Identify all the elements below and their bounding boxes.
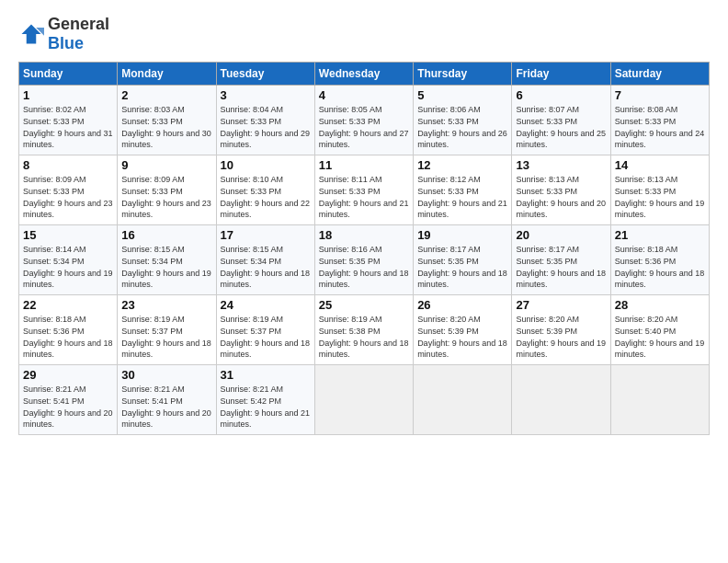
day-number: 21 xyxy=(615,228,705,242)
calendar-cell: 26 Sunrise: 8:20 AMSunset: 5:39 PMDaylig… xyxy=(414,295,512,365)
cell-content: Sunrise: 8:15 AMSunset: 5:34 PMDaylight:… xyxy=(121,244,211,290)
logo-icon xyxy=(18,21,44,47)
week-row-2: 8 Sunrise: 8:09 AMSunset: 5:33 PMDayligh… xyxy=(19,155,710,225)
calendar-cell: 12 Sunrise: 8:12 AMSunset: 5:33 PMDaylig… xyxy=(414,155,512,225)
day-number: 22 xyxy=(23,298,113,312)
header: General Blue xyxy=(18,15,710,52)
day-number: 19 xyxy=(417,228,507,242)
calendar-table: SundayMondayTuesdayWednesdayThursdayFrid… xyxy=(18,62,710,435)
calendar-cell: 11 Sunrise: 8:11 AMSunset: 5:33 PMDaylig… xyxy=(314,155,413,225)
cell-content: Sunrise: 8:17 AMSunset: 5:35 PMDaylight:… xyxy=(417,244,507,290)
day-number: 18 xyxy=(319,228,409,242)
week-row-3: 15 Sunrise: 8:14 AMSunset: 5:34 PMDaylig… xyxy=(19,225,710,295)
calendar-cell: 18 Sunrise: 8:16 AMSunset: 5:35 PMDaylig… xyxy=(314,225,413,295)
calendar-cell xyxy=(512,365,610,435)
calendar-cell: 31 Sunrise: 8:21 AMSunset: 5:42 PMDaylig… xyxy=(216,365,314,435)
header-cell-sunday: Sunday xyxy=(19,63,118,86)
calendar-cell: 20 Sunrise: 8:17 AMSunset: 5:35 PMDaylig… xyxy=(512,225,610,295)
cell-content: Sunrise: 8:20 AMSunset: 5:39 PMDaylight:… xyxy=(516,314,606,360)
calendar-cell: 7 Sunrise: 8:08 AMSunset: 5:33 PMDayligh… xyxy=(610,86,709,155)
calendar-cell: 28 Sunrise: 8:20 AMSunset: 5:40 PMDaylig… xyxy=(610,295,709,365)
cell-content: Sunrise: 8:06 AMSunset: 5:33 PMDaylight:… xyxy=(417,104,507,150)
calendar-cell: 22 Sunrise: 8:18 AMSunset: 5:36 PMDaylig… xyxy=(19,295,118,365)
cell-content: Sunrise: 8:20 AMSunset: 5:40 PMDaylight:… xyxy=(615,314,705,360)
calendar-cell: 21 Sunrise: 8:18 AMSunset: 5:36 PMDaylig… xyxy=(610,225,709,295)
cell-content: Sunrise: 8:16 AMSunset: 5:35 PMDaylight:… xyxy=(319,244,409,290)
cell-content: Sunrise: 8:11 AMSunset: 5:33 PMDaylight:… xyxy=(319,174,409,220)
header-row: SundayMondayTuesdayWednesdayThursdayFrid… xyxy=(19,63,710,86)
cell-content: Sunrise: 8:19 AMSunset: 5:38 PMDaylight:… xyxy=(319,314,409,360)
day-number: 11 xyxy=(319,158,409,172)
day-number: 6 xyxy=(516,88,606,102)
calendar-cell xyxy=(314,365,413,435)
day-number: 13 xyxy=(516,158,606,172)
cell-content: Sunrise: 8:05 AMSunset: 5:33 PMDaylight:… xyxy=(319,104,409,150)
day-number: 20 xyxy=(516,228,606,242)
cell-content: Sunrise: 8:03 AMSunset: 5:33 PMDaylight:… xyxy=(121,104,211,150)
week-row-1: 1 Sunrise: 8:02 AMSunset: 5:33 PMDayligh… xyxy=(19,86,710,155)
day-number: 30 xyxy=(121,368,211,382)
day-number: 15 xyxy=(23,228,113,242)
cell-content: Sunrise: 8:08 AMSunset: 5:33 PMDaylight:… xyxy=(615,104,705,150)
calendar-cell xyxy=(414,365,512,435)
cell-content: Sunrise: 8:07 AMSunset: 5:33 PMDaylight:… xyxy=(516,104,606,150)
calendar-cell: 17 Sunrise: 8:15 AMSunset: 5:34 PMDaylig… xyxy=(216,225,314,295)
logo: General Blue xyxy=(18,15,109,52)
day-number: 1 xyxy=(23,88,113,102)
calendar-cell: 14 Sunrise: 8:13 AMSunset: 5:33 PMDaylig… xyxy=(610,155,709,225)
header-cell-saturday: Saturday xyxy=(610,63,709,86)
calendar-cell: 1 Sunrise: 8:02 AMSunset: 5:33 PMDayligh… xyxy=(19,86,118,155)
calendar-cell: 30 Sunrise: 8:21 AMSunset: 5:41 PMDaylig… xyxy=(118,365,216,435)
cell-content: Sunrise: 8:18 AMSunset: 5:36 PMDaylight:… xyxy=(615,244,705,290)
day-number: 7 xyxy=(615,88,705,102)
calendar-cell: 29 Sunrise: 8:21 AMSunset: 5:41 PMDaylig… xyxy=(19,365,118,435)
header-cell-friday: Friday xyxy=(512,63,610,86)
calendar-cell: 3 Sunrise: 8:04 AMSunset: 5:33 PMDayligh… xyxy=(216,86,314,155)
day-number: 9 xyxy=(121,158,211,172)
cell-content: Sunrise: 8:21 AMSunset: 5:41 PMDaylight:… xyxy=(23,384,113,430)
calendar-cell: 10 Sunrise: 8:10 AMSunset: 5:33 PMDaylig… xyxy=(216,155,314,225)
calendar-cell: 5 Sunrise: 8:06 AMSunset: 5:33 PMDayligh… xyxy=(414,86,512,155)
cell-content: Sunrise: 8:18 AMSunset: 5:36 PMDaylight:… xyxy=(23,314,113,360)
day-number: 12 xyxy=(417,158,507,172)
calendar-cell: 24 Sunrise: 8:19 AMSunset: 5:37 PMDaylig… xyxy=(216,295,314,365)
header-cell-wednesday: Wednesday xyxy=(314,63,413,86)
calendar-cell: 13 Sunrise: 8:13 AMSunset: 5:33 PMDaylig… xyxy=(512,155,610,225)
calendar-cell: 9 Sunrise: 8:09 AMSunset: 5:33 PMDayligh… xyxy=(118,155,216,225)
cell-content: Sunrise: 8:13 AMSunset: 5:33 PMDaylight:… xyxy=(615,174,705,220)
cell-content: Sunrise: 8:15 AMSunset: 5:34 PMDaylight:… xyxy=(221,244,311,290)
calendar-cell: 15 Sunrise: 8:14 AMSunset: 5:34 PMDaylig… xyxy=(19,225,118,295)
calendar-cell: 6 Sunrise: 8:07 AMSunset: 5:33 PMDayligh… xyxy=(512,86,610,155)
calendar-cell: 2 Sunrise: 8:03 AMSunset: 5:33 PMDayligh… xyxy=(118,86,216,155)
cell-content: Sunrise: 8:09 AMSunset: 5:33 PMDaylight:… xyxy=(23,174,113,220)
calendar-cell: 8 Sunrise: 8:09 AMSunset: 5:33 PMDayligh… xyxy=(19,155,118,225)
cell-content: Sunrise: 8:14 AMSunset: 5:34 PMDaylight:… xyxy=(23,244,113,290)
calendar-cell xyxy=(610,365,709,435)
cell-content: Sunrise: 8:04 AMSunset: 5:33 PMDaylight:… xyxy=(221,104,311,150)
day-number: 29 xyxy=(23,368,113,382)
day-number: 2 xyxy=(121,88,211,102)
day-number: 28 xyxy=(615,298,705,312)
calendar-cell: 4 Sunrise: 8:05 AMSunset: 5:33 PMDayligh… xyxy=(314,86,413,155)
header-cell-tuesday: Tuesday xyxy=(216,63,314,86)
calendar-cell: 19 Sunrise: 8:17 AMSunset: 5:35 PMDaylig… xyxy=(414,225,512,295)
cell-content: Sunrise: 8:02 AMSunset: 5:33 PMDaylight:… xyxy=(23,104,113,150)
cell-content: Sunrise: 8:21 AMSunset: 5:41 PMDaylight:… xyxy=(121,384,211,430)
calendar-cell: 23 Sunrise: 8:19 AMSunset: 5:37 PMDaylig… xyxy=(118,295,216,365)
cell-content: Sunrise: 8:20 AMSunset: 5:39 PMDaylight:… xyxy=(417,314,507,360)
calendar-cell: 27 Sunrise: 8:20 AMSunset: 5:39 PMDaylig… xyxy=(512,295,610,365)
week-row-4: 22 Sunrise: 8:18 AMSunset: 5:36 PMDaylig… xyxy=(19,295,710,365)
svg-marker-0 xyxy=(22,24,41,43)
day-number: 5 xyxy=(417,88,507,102)
cell-content: Sunrise: 8:13 AMSunset: 5:33 PMDaylight:… xyxy=(516,174,606,220)
cell-content: Sunrise: 8:19 AMSunset: 5:37 PMDaylight:… xyxy=(121,314,211,360)
day-number: 10 xyxy=(221,158,311,172)
day-number: 31 xyxy=(221,368,311,382)
day-number: 17 xyxy=(221,228,311,242)
page: General Blue SundayMondayTuesdayWednesda… xyxy=(0,0,728,563)
day-number: 24 xyxy=(221,298,311,312)
logo-text: General Blue xyxy=(48,15,109,52)
calendar-cell: 25 Sunrise: 8:19 AMSunset: 5:38 PMDaylig… xyxy=(314,295,413,365)
day-number: 25 xyxy=(319,298,409,312)
day-number: 27 xyxy=(516,298,606,312)
